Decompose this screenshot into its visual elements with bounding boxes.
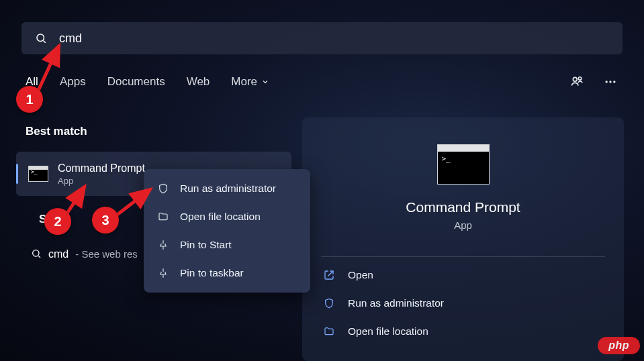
svg-line-1 xyxy=(43,40,45,42)
tab-more-label: More xyxy=(231,75,257,89)
tab-apps[interactable]: Apps xyxy=(60,75,86,89)
svg-point-4 xyxy=(606,81,608,83)
command-prompt-icon xyxy=(28,166,48,182)
watermark: php xyxy=(598,337,640,354)
svg-point-0 xyxy=(37,34,44,42)
preview-action-list: Open Run as administrator Open file loca… xyxy=(321,261,605,346)
result-title: Command Prompt xyxy=(58,162,145,174)
svg-line-8 xyxy=(38,256,40,258)
context-pin-taskbar-label: Pin to taskbar xyxy=(180,267,244,279)
context-run-admin-label: Run as administrator xyxy=(180,183,276,195)
tab-apps-label: Apps xyxy=(60,75,86,89)
tab-documents[interactable]: Documents xyxy=(107,75,165,89)
action-open-file-location[interactable]: Open file location xyxy=(321,317,605,346)
context-open-loc-label: Open file location xyxy=(180,211,261,223)
context-menu: Run as administrator Open file location … xyxy=(144,169,310,293)
search-icon xyxy=(35,32,47,44)
result-subtitle: App xyxy=(58,176,145,186)
svg-point-6 xyxy=(613,81,615,83)
folder-icon xyxy=(157,211,169,222)
tab-web-label: Web xyxy=(187,75,210,89)
divider xyxy=(321,256,605,257)
action-run-admin-label: Run as administrator xyxy=(348,297,444,309)
context-pin-to-taskbar[interactable]: Pin to taskbar xyxy=(144,259,310,287)
svg-point-3 xyxy=(578,77,581,80)
annotation-badge-3: 3 xyxy=(92,207,119,234)
context-pin-start-label: Pin to Start xyxy=(180,239,232,251)
command-prompt-icon-large xyxy=(437,144,490,185)
svg-point-7 xyxy=(33,250,39,256)
action-open-loc-label: Open file location xyxy=(348,325,428,338)
tab-documents-label: Documents xyxy=(107,75,165,89)
search-icon xyxy=(31,248,42,262)
web-result-cmd[interactable]: cmd - See web res xyxy=(31,247,138,260)
preview-title: Command Prompt xyxy=(406,199,520,215)
account-icon[interactable] xyxy=(569,74,585,90)
svg-point-5 xyxy=(609,81,611,83)
best-match-label: Best match xyxy=(26,125,87,138)
web-result-term: cmd xyxy=(48,248,68,260)
tab-web[interactable]: Web xyxy=(187,75,210,89)
header-right-icons xyxy=(569,74,618,90)
action-open[interactable]: Open xyxy=(321,261,605,289)
pin-icon xyxy=(157,240,169,250)
shield-icon xyxy=(324,298,336,309)
shield-icon xyxy=(157,183,169,194)
filter-tabs: All Apps Documents Web More xyxy=(26,75,269,89)
web-result-tail: - See web res xyxy=(75,248,138,260)
preview-subtitle: App xyxy=(454,219,472,231)
annotation-badge-2: 2 xyxy=(44,208,71,235)
search-bar[interactable]: cmd xyxy=(21,22,623,54)
context-run-as-administrator[interactable]: Run as administrator xyxy=(144,174,310,203)
preview-pane: Command Prompt App Open Run as administr… xyxy=(302,117,624,361)
context-pin-to-start[interactable]: Pin to Start xyxy=(144,231,310,259)
svg-point-2 xyxy=(573,77,577,81)
context-open-file-location[interactable]: Open file location xyxy=(144,203,310,231)
folder-icon xyxy=(324,326,336,337)
action-open-label: Open xyxy=(348,269,373,281)
more-options-icon[interactable] xyxy=(602,74,618,90)
action-run-as-administrator[interactable]: Run as administrator xyxy=(321,289,605,317)
pin-icon xyxy=(157,268,169,278)
tab-more[interactable]: More xyxy=(231,75,269,89)
search-query-text: cmd xyxy=(59,32,82,46)
chevron-down-icon xyxy=(261,78,269,86)
annotation-badge-1: 1 xyxy=(16,86,43,113)
open-icon xyxy=(324,270,336,280)
